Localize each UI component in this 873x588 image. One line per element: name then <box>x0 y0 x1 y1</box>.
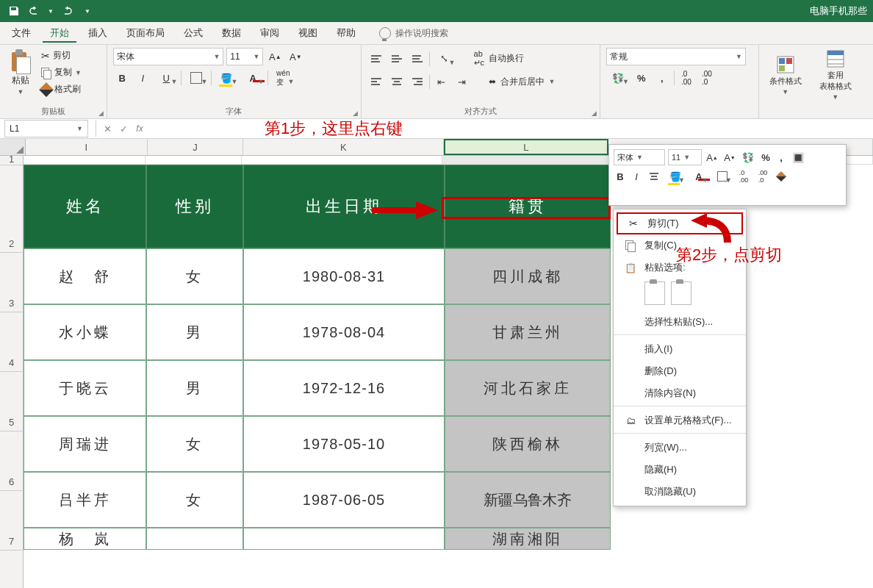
cell[interactable]: 河北石家庄 <box>445 360 611 416</box>
fill-color-button[interactable]: 🪣▼ <box>215 70 238 86</box>
decrease-font-icon[interactable]: A▼ <box>287 49 304 65</box>
merge-center-button[interactable]: ⬌ 合并后居中▼ <box>486 74 558 90</box>
cell[interactable]: 女 <box>146 472 243 528</box>
cell[interactable]: 女 <box>146 248 243 304</box>
row-header-1[interactable]: 1 <box>0 156 24 165</box>
qat-customize-icon[interactable]: ▼ <box>79 3 96 19</box>
cell[interactable]: 新疆乌鲁木齐 <box>445 472 611 528</box>
align-bottom-icon[interactable] <box>409 51 426 67</box>
cell[interactable]: 水小蝶 <box>24 304 146 360</box>
row-header-8[interactable] <box>0 551 24 588</box>
context-paste-special[interactable]: 选择性粘贴(S)... <box>614 311 746 335</box>
cell[interactable]: 于晓云 <box>24 360 146 416</box>
menu-file[interactable]: 文件 <box>4 24 38 43</box>
align-left-icon[interactable] <box>367 74 385 90</box>
undo-dropdown-icon[interactable]: ▼ <box>47 3 54 19</box>
name-box[interactable]: L1▼ <box>4 120 88 137</box>
row-header-5[interactable]: 5 <box>0 372 24 431</box>
number-format-select[interactable]: 常规▼ <box>606 48 746 65</box>
col-header-K[interactable]: K <box>243 139 444 155</box>
cell[interactable]: 赵 舒 <box>24 248 146 304</box>
cell[interactable]: 1980-08-31 <box>243 248 445 304</box>
context-unhide[interactable]: 取消隐藏(U) <box>614 481 746 503</box>
mini-border-icon[interactable]: ▼ <box>712 168 733 184</box>
cell[interactable]: 杨 岚 <box>24 528 146 550</box>
mini-decrease-font-icon[interactable]: A▼ <box>722 149 737 165</box>
menu-layout[interactable]: 页面布局 <box>119 24 172 43</box>
phonetic-button[interactable]: wén变▼ <box>271 70 295 86</box>
cancel-icon[interactable]: ✕ <box>99 121 115 137</box>
mini-painter-icon[interactable] <box>774 168 788 184</box>
context-hide[interactable]: 隐藏(H) <box>614 459 746 481</box>
menu-data[interactable]: 数据 <box>215 24 248 43</box>
col-header-I[interactable]: I <box>26 139 148 155</box>
mini-accounting-icon[interactable]: 💱 <box>740 149 756 165</box>
header-origin[interactable]: 籍贯 <box>445 165 611 248</box>
cell[interactable]: 1978-05-10 <box>243 416 445 472</box>
font-name-select[interactable]: 宋体▼ <box>113 48 223 65</box>
copy-button[interactable]: 复制▼ <box>38 65 85 80</box>
context-clear[interactable]: 清除内容(N) <box>614 382 746 406</box>
increase-font-icon[interactable]: A▲ <box>266 49 284 65</box>
select-all-corner[interactable] <box>0 139 26 155</box>
cut-button[interactable]: ✂剪切 <box>38 48 85 63</box>
align-center-icon[interactable] <box>388 74 406 90</box>
mini-cond-format-icon[interactable]: 🔳 <box>790 149 806 165</box>
mini-comma-icon[interactable]: , <box>775 149 787 165</box>
font-size-select[interactable]: 11▼ <box>226 48 263 65</box>
font-color-button[interactable]: A▼ <box>241 70 265 86</box>
mini-fill-color-icon[interactable]: 🪣▼ <box>665 168 686 184</box>
menu-help[interactable]: 帮助 <box>329 24 363 43</box>
cell[interactable]: 女 <box>146 416 243 472</box>
cell[interactable]: 1987-06-05 <box>243 472 445 528</box>
menu-review[interactable]: 审阅 <box>253 24 287 43</box>
menu-home[interactable]: 开始 <box>43 24 76 43</box>
redo-icon[interactable] <box>59 3 75 19</box>
menu-formula[interactable]: 公式 <box>176 24 210 43</box>
mini-font-color-icon[interactable]: A▼ <box>689 168 709 184</box>
menu-insert[interactable]: 插入 <box>81 24 115 43</box>
paste-button[interactable]: 粘贴 ▼ <box>6 48 35 97</box>
italic-button[interactable]: I <box>134 70 151 86</box>
align-right-icon[interactable] <box>409 74 426 90</box>
cell[interactable]: 男 <box>146 304 243 360</box>
cell[interactable]: 吕半芹 <box>24 472 146 528</box>
context-delete[interactable]: 删除(D) <box>614 360 746 382</box>
font-launcher-icon[interactable]: ◢ <box>353 110 358 117</box>
comma-button[interactable]: , <box>653 70 671 86</box>
cell[interactable] <box>146 528 243 550</box>
clipboard-launcher-icon[interactable]: ◢ <box>98 110 104 117</box>
mini-italic-button[interactable]: I <box>630 168 643 184</box>
align-middle-icon[interactable] <box>388 51 406 67</box>
border-button[interactable]: ▼ <box>184 70 208 86</box>
mini-align-icon[interactable] <box>646 168 662 184</box>
row-header-7[interactable]: 7 <box>0 491 24 551</box>
cell[interactable]: 陕西榆林 <box>445 416 611 472</box>
header-name[interactable]: 姓名 <box>24 165 146 248</box>
wrap-text-button[interactable]: ab↵c 自动换行 <box>471 48 528 69</box>
orientation-button[interactable]: ⤡▼ <box>433 51 456 67</box>
paste-option-1[interactable] <box>644 282 665 305</box>
paste-option-2[interactable] <box>671 282 691 305</box>
enter-icon[interactable]: ✓ <box>115 121 132 137</box>
align-top-icon[interactable] <box>367 51 385 67</box>
col-header-J[interactable]: J <box>148 139 244 155</box>
row-header-6[interactable]: 6 <box>0 431 24 491</box>
save-icon[interactable] <box>6 3 22 19</box>
fx-icon[interactable]: fx <box>132 121 148 137</box>
row-header-2[interactable]: 2 <box>0 165 24 253</box>
row-header-4[interactable]: 4 <box>0 312 24 372</box>
mini-percent-icon[interactable]: % <box>759 149 772 165</box>
format-painter-button[interactable]: 格式刷 <box>38 82 85 97</box>
mini-increase-font-icon[interactable]: A▲ <box>705 149 719 165</box>
decrease-decimal-icon[interactable]: .00.0 <box>698 70 716 86</box>
mini-bold-button[interactable]: B <box>614 168 627 184</box>
increase-indent-icon[interactable]: ⇥ <box>453 74 471 90</box>
accounting-format-button[interactable]: 💱▼ <box>606 70 630 86</box>
underline-button[interactable]: U▼ <box>154 70 178 86</box>
row-header-3[interactable]: 3 <box>0 253 24 312</box>
cell[interactable]: 四川成都 <box>445 248 611 304</box>
align-launcher-icon[interactable]: ◢ <box>592 110 597 117</box>
cell[interactable]: 1978-08-04 <box>243 304 445 360</box>
increase-decimal-icon[interactable]: .0.00 <box>678 70 695 86</box>
